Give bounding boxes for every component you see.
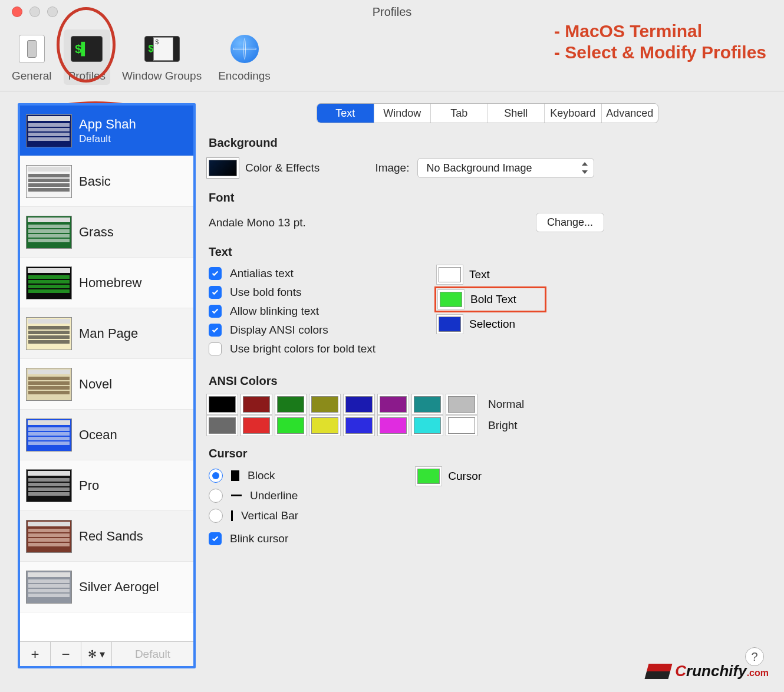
block-glyph-icon bbox=[231, 470, 239, 481]
profile-actions-button[interactable]: ✻ ▾ bbox=[81, 642, 112, 666]
window-title: Profiles bbox=[373, 5, 412, 19]
profile-row[interactable]: Novel bbox=[20, 359, 193, 410]
profile-name: Red Sands bbox=[79, 529, 143, 544]
cursor-vertical-radio[interactable] bbox=[209, 509, 223, 523]
set-default-button[interactable]: Default bbox=[112, 642, 193, 666]
branding-logo: Crunchify.com bbox=[647, 662, 769, 680]
ansi-checkbox[interactable] bbox=[209, 324, 222, 337]
antialias-checkbox[interactable] bbox=[209, 267, 222, 280]
change-font-button[interactable]: Change... bbox=[536, 213, 604, 232]
titlebar: Profiles bbox=[0, 0, 784, 24]
profile-thumbnail bbox=[26, 368, 72, 401]
profile-row[interactable]: Red Sands bbox=[20, 511, 193, 562]
bright-bold-checkbox[interactable] bbox=[209, 342, 222, 355]
blink-cursor-label: Blink cursor bbox=[230, 532, 288, 545]
profile-row[interactable]: App ShahDefault bbox=[20, 106, 193, 156]
toolbar-encodings-label: Encodings bbox=[218, 70, 271, 83]
profile-row[interactable]: Grass bbox=[20, 207, 193, 258]
ansi-color-well[interactable] bbox=[209, 396, 236, 413]
profile-thumbnail bbox=[26, 266, 72, 299]
annotation-text: - MacOS Terminal - Select & Modify Profi… bbox=[554, 21, 766, 63]
add-profile-button[interactable]: + bbox=[20, 642, 51, 666]
profile-thumbnail bbox=[26, 216, 72, 249]
bold-text-color-well[interactable] bbox=[440, 292, 462, 307]
ansi-set-label: Normal bbox=[488, 398, 524, 411]
ansi-color-well[interactable] bbox=[448, 417, 475, 434]
profile-row[interactable]: Silver Aerogel bbox=[20, 562, 193, 612]
ansi-label: Display ANSI colors bbox=[230, 324, 328, 337]
profile-row[interactable]: Basic bbox=[20, 156, 193, 207]
chevron-updown-icon bbox=[581, 162, 589, 174]
ansi-color-well[interactable] bbox=[311, 417, 338, 434]
remove-profile-button[interactable]: − bbox=[51, 642, 81, 666]
content: App ShahDefaultBasicGrassHomebrewMan Pag… bbox=[0, 97, 784, 692]
close-icon[interactable] bbox=[12, 6, 22, 17]
ansi-color-well[interactable] bbox=[448, 396, 475, 413]
ansi-set-label: Bright bbox=[488, 419, 518, 432]
profile-thumbnail bbox=[26, 520, 72, 553]
cursor-block-radio[interactable] bbox=[209, 469, 223, 483]
text-color-well[interactable] bbox=[439, 267, 461, 282]
image-popup[interactable]: No Background Image bbox=[417, 158, 594, 178]
toolbar-encodings[interactable]: Encodings bbox=[213, 29, 275, 85]
zoom-icon[interactable] bbox=[47, 6, 58, 17]
blinking-checkbox[interactable] bbox=[209, 305, 222, 318]
profile-name: Grass bbox=[79, 225, 114, 240]
profile-row[interactable]: Man Page bbox=[20, 308, 193, 359]
tab-keyboard[interactable]: Keyboard bbox=[545, 104, 602, 123]
underline-glyph-icon bbox=[231, 495, 242, 496]
settings-panel: TextWindowTabShellKeyboardAdvanced Backg… bbox=[209, 103, 766, 668]
tab-window[interactable]: Window bbox=[374, 104, 431, 123]
window-groups-icon: $$ bbox=[144, 36, 180, 62]
logo-mark-icon bbox=[645, 664, 673, 679]
toolbar-profiles-label: Profiles bbox=[68, 70, 106, 83]
ansi-color-well[interactable] bbox=[345, 417, 373, 434]
tab-tab[interactable]: Tab bbox=[431, 104, 488, 123]
tab-text[interactable]: Text bbox=[317, 104, 374, 123]
globe-icon bbox=[230, 35, 259, 63]
ansi-color-well[interactable] bbox=[243, 396, 270, 413]
antialias-label: Antialias text bbox=[230, 267, 294, 280]
bold-fonts-checkbox[interactable] bbox=[209, 286, 222, 299]
profile-list: App ShahDefaultBasicGrassHomebrewMan Pag… bbox=[20, 106, 193, 641]
ansi-color-well[interactable] bbox=[243, 417, 270, 434]
profile-name: Basic bbox=[79, 174, 111, 189]
ansi-bright-row: Bright bbox=[209, 417, 766, 434]
color-effects-label: Color & Effects bbox=[245, 162, 319, 174]
ansi-color-well[interactable] bbox=[209, 417, 236, 434]
logo-text: Crunchify.com bbox=[675, 662, 769, 680]
profile-name: Pro bbox=[79, 478, 99, 493]
profile-thumbnail bbox=[26, 419, 72, 452]
profile-thumbnail bbox=[26, 469, 72, 502]
minimize-icon[interactable] bbox=[29, 6, 40, 17]
section-font: Font bbox=[209, 191, 766, 205]
window-controls bbox=[12, 6, 58, 17]
cursor-color-well[interactable] bbox=[417, 469, 440, 484]
ansi-color-well[interactable] bbox=[345, 396, 373, 413]
profile-row[interactable]: Pro bbox=[20, 460, 193, 511]
ansi-color-well[interactable] bbox=[311, 396, 338, 413]
font-value: Andale Mono 13 pt. bbox=[209, 216, 306, 229]
blink-cursor-checkbox[interactable] bbox=[209, 532, 222, 545]
profile-row[interactable]: Ocean bbox=[20, 410, 193, 460]
ansi-color-well[interactable] bbox=[414, 396, 441, 413]
tab-shell[interactable]: Shell bbox=[488, 104, 545, 123]
selection-color-well[interactable] bbox=[439, 317, 461, 332]
toolbar-general[interactable]: General bbox=[7, 29, 57, 85]
toolbar-window-groups[interactable]: $$ Window Groups bbox=[117, 29, 206, 85]
background-color-well[interactable] bbox=[209, 160, 237, 176]
profile-row[interactable]: Homebrew bbox=[20, 258, 193, 308]
toolbar-window-groups-label: Window Groups bbox=[122, 70, 202, 83]
ansi-color-well[interactable] bbox=[380, 396, 407, 413]
ansi-color-well[interactable] bbox=[414, 417, 441, 434]
text-color-label: Text bbox=[469, 268, 490, 281]
ansi-color-well[interactable] bbox=[277, 396, 304, 413]
ansi-color-well[interactable] bbox=[277, 417, 304, 434]
profile-thumbnail bbox=[26, 165, 72, 198]
cursor-underline-radio[interactable] bbox=[209, 489, 223, 503]
blinking-label: Allow blinking text bbox=[230, 305, 319, 318]
tab-advanced[interactable]: Advanced bbox=[602, 104, 658, 123]
ansi-color-well[interactable] bbox=[380, 417, 407, 434]
profile-thumbnail bbox=[26, 317, 72, 350]
toolbar-profiles[interactable]: $▍ Profiles bbox=[64, 29, 110, 85]
